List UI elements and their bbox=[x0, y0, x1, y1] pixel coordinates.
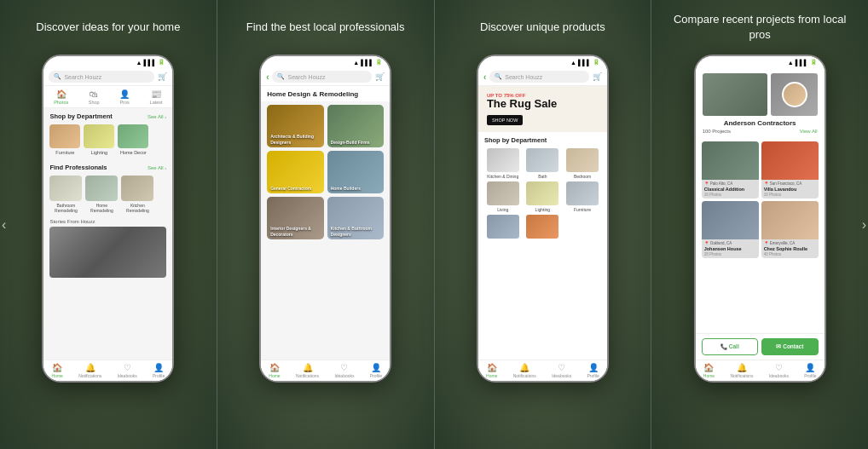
call-button[interactable]: 📞 Call bbox=[702, 338, 759, 355]
bottom-nav-profile-3[interactable]: 👤 Profile bbox=[587, 364, 599, 378]
promo-banner[interactable]: UP TO 75% OFF The Rug Sale SHOP NOW bbox=[478, 86, 607, 132]
bottom-nav-ideas-2[interactable]: ♡ Ideabooks bbox=[334, 364, 354, 378]
bath-label: Bath bbox=[538, 174, 547, 179]
cat-interior-designers[interactable]: Interior Designers & Decorators bbox=[267, 197, 324, 239]
classical-img bbox=[702, 141, 759, 180]
home-icon-1: 🏠 bbox=[52, 364, 62, 372]
project-johansen[interactable]: 📍 Oakland, CA Johansen House 28 Photos bbox=[702, 201, 759, 258]
cat-architects[interactable]: Architects & Building Designers bbox=[267, 105, 324, 147]
bottom-nav-ideas-3[interactable]: ♡ Ideabooks bbox=[552, 364, 571, 378]
shop-dept-title: Shop by Department bbox=[49, 112, 112, 120]
cart-icon-3[interactable]: 🛒 bbox=[593, 72, 602, 81]
search-icon-1: 🔍 bbox=[54, 73, 61, 80]
nav-tab-latest[interactable]: 📰 Latest bbox=[150, 89, 163, 105]
wifi-icon: ▲ bbox=[136, 60, 142, 66]
stories-section: Stories From Houzz bbox=[43, 217, 172, 279]
cat-design-build[interactable]: Design-Build Firms bbox=[327, 105, 385, 147]
profile-label-2: Profile bbox=[370, 373, 382, 378]
furniture-label: Furniture bbox=[55, 150, 74, 155]
wifi-icon-4: ▲ bbox=[788, 60, 794, 66]
search-input-1[interactable]: 🔍 Search Houzz bbox=[49, 71, 154, 83]
bottom-nav-notif-1[interactable]: 🔔 Notifications bbox=[78, 364, 101, 378]
ideas-label-4: Ideabooks bbox=[769, 373, 789, 378]
pro-bathroom[interactable]: BathroomRemodeling bbox=[49, 176, 82, 213]
find-pros-see-all[interactable]: See All › bbox=[148, 165, 166, 170]
pro-kitchen[interactable]: KitchenRemodeling bbox=[121, 176, 153, 213]
homeremodel-img bbox=[85, 176, 118, 201]
nav-tab-shop[interactable]: 🛍 Shop bbox=[89, 89, 100, 105]
home-label-1: Home bbox=[52, 373, 63, 378]
product-furniture[interactable]: Furniture bbox=[564, 181, 601, 212]
classical-photos: 16 Photos bbox=[702, 192, 759, 199]
back-button-3[interactable]: ‹ bbox=[483, 72, 486, 82]
bedroom-img bbox=[566, 148, 599, 172]
cat-kitchen-designers[interactable]: Kitchen & Bathroom Designers bbox=[327, 197, 385, 239]
scroll-right-arrow[interactable]: › bbox=[862, 217, 866, 233]
back-button-2[interactable]: ‹ bbox=[266, 72, 269, 82]
phone-1-inner: ▲ ▌▌▌ 🔋 🔍 Search Houzz 🛒 🏠 bbox=[43, 56, 172, 381]
project-chez[interactable]: 📍 Emeryville, CA Chez Sophie Roulle 40 P… bbox=[761, 201, 819, 258]
cat-home-builders[interactable]: Home Builders bbox=[327, 151, 385, 193]
bottom-nav-ideas-1[interactable]: ♡ Ideabooks bbox=[118, 364, 137, 378]
shop-now-button[interactable]: SHOP NOW bbox=[487, 115, 523, 125]
nav-tab-pros[interactable]: 👤 Pros bbox=[119, 89, 130, 105]
villa-title: Villa Lavandou bbox=[761, 186, 819, 192]
bottom-nav-home-1[interactable]: 🏠 Home bbox=[52, 364, 63, 378]
product-lighting[interactable]: Lighting bbox=[524, 181, 562, 212]
stories-img[interactable] bbox=[49, 227, 166, 278]
pro-home[interactable]: HomeRemodeling bbox=[85, 176, 118, 213]
cat-row-1: Architects & Building Designers Design-B… bbox=[267, 105, 384, 147]
stories-title: Stories From Houzz bbox=[49, 219, 166, 224]
category-homedecor[interactable]: Home Decor bbox=[118, 124, 148, 155]
profile-icon-2: 👤 bbox=[371, 364, 381, 372]
homedecor-img bbox=[118, 124, 148, 148]
cart-icon-1[interactable]: 🛒 bbox=[158, 72, 167, 81]
bottom-nav-profile-4[interactable]: 👤 Profile bbox=[804, 364, 816, 378]
product-living[interactable]: Living bbox=[484, 181, 522, 212]
bottom-nav-home-4[interactable]: 🏠 Home bbox=[703, 364, 715, 378]
status-icons-2: ▲ ▌▌▌ 🔋 bbox=[353, 59, 383, 66]
battery-icon-2: 🔋 bbox=[375, 59, 383, 66]
product-kitchen[interactable]: Kitchen & Dining bbox=[484, 148, 522, 179]
bottom-nav-notif-4[interactable]: 🔔 Notifications bbox=[730, 364, 753, 378]
bottom-nav-notif-2[interactable]: 🔔 Notifications bbox=[296, 364, 319, 378]
project-villa[interactable]: 📍 San Francisco, CA Villa Lavandou 16 Ph… bbox=[761, 141, 819, 199]
bottom-nav-profile-2[interactable]: 👤 Profile bbox=[370, 364, 382, 378]
search-input-2[interactable]: 🔍 Search Houzz bbox=[272, 71, 372, 83]
view-all-link[interactable]: View All bbox=[800, 129, 818, 134]
search-input-3[interactable]: 🔍 Search Houzz bbox=[489, 71, 589, 83]
status-icons-4: ▲ ▌▌▌ 🔋 bbox=[788, 59, 818, 66]
interior-designers-label: Interior Designers & Decorators bbox=[270, 226, 324, 237]
cat-row-3: Interior Designers & Decorators Kitchen … bbox=[267, 197, 384, 239]
cart-icon-2[interactable]: 🛒 bbox=[375, 72, 385, 81]
status-bar-1: ▲ ▌▌▌ 🔋 bbox=[43, 56, 172, 68]
bottom-nav-ideas-4[interactable]: ♡ Ideabooks bbox=[769, 364, 789, 378]
shop-dept-header: Shop by Department See All › bbox=[43, 108, 172, 123]
product-bath[interactable]: Bath bbox=[524, 148, 562, 179]
cat-general-contractors[interactable]: General Contractors bbox=[267, 151, 324, 193]
contact-button[interactable]: ✉ Contact bbox=[761, 338, 819, 355]
panel-discover-ideas: Discover ideas for your home ▲ ▌▌▌ 🔋 🔍 S… bbox=[0, 0, 217, 449]
battery-icon: 🔋 bbox=[158, 59, 165, 66]
product-tiles[interactable] bbox=[484, 215, 522, 240]
status-bar-2: ▲ ▌▌▌ 🔋 bbox=[261, 56, 390, 68]
bottom-nav-home-2[interactable]: 🏠 Home bbox=[269, 364, 280, 378]
category-lighting[interactable]: Lighting bbox=[84, 124, 114, 155]
bottom-nav-home-3[interactable]: 🏠 Home bbox=[486, 364, 497, 378]
scroll-left-arrow[interactable]: ‹ bbox=[2, 217, 6, 233]
shop-dept-see-all[interactable]: See All › bbox=[148, 114, 166, 119]
bottom-nav-notif-3[interactable]: 🔔 Notifications bbox=[513, 364, 536, 378]
nav-tab-photos[interactable]: 🏠 Photos bbox=[54, 89, 68, 105]
find-pros-title: Find Professionals bbox=[49, 164, 107, 171]
status-bar-4: ▲ ▌▌▌ 🔋 bbox=[696, 56, 825, 68]
contractor-photo-main bbox=[703, 73, 768, 116]
product-sofa[interactable] bbox=[524, 215, 562, 240]
product-bedroom[interactable]: Bedroom bbox=[564, 148, 601, 179]
home-label-4: Home bbox=[703, 373, 715, 378]
shop-by-dept-title: Shop by Department bbox=[478, 132, 607, 147]
nav-tab-shop-label: Shop bbox=[89, 100, 100, 105]
project-classical[interactable]: 📍 Palo Alto, CA Classical Addition 16 Ph… bbox=[702, 141, 759, 199]
bottom-nav-profile-1[interactable]: 👤 Profile bbox=[153, 364, 165, 378]
category-furniture[interactable]: Furniture bbox=[49, 124, 80, 155]
panel-compare-projects: Compare recent projects from local pros … bbox=[651, 0, 868, 449]
